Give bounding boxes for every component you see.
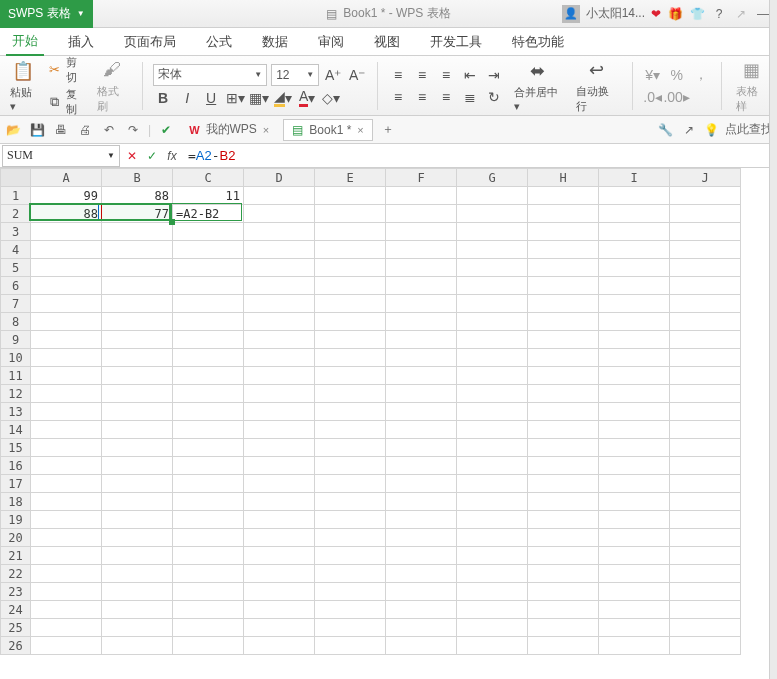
cell[interactable] [528,313,599,331]
cell[interactable] [173,619,244,637]
cell[interactable] [528,565,599,583]
indent-decrease-icon[interactable]: ⇤ [460,65,480,85]
cell[interactable] [102,583,173,601]
cell[interactable] [173,277,244,295]
cell[interactable] [244,349,315,367]
cell[interactable] [670,475,741,493]
cell[interactable] [31,601,102,619]
cell[interactable] [244,187,315,205]
cell[interactable] [173,439,244,457]
cell[interactable] [457,223,528,241]
cell[interactable] [528,511,599,529]
cell[interactable]: 77 [102,205,173,223]
tip-label[interactable]: 点此查找 [725,121,773,138]
tab-formula[interactable]: 公式 [200,29,238,55]
cell[interactable] [173,529,244,547]
cell[interactable] [102,349,173,367]
cell[interactable] [173,349,244,367]
cell[interactable] [244,493,315,511]
row-header[interactable]: 10 [1,349,31,367]
cell[interactable] [173,313,244,331]
tab-start[interactable]: 开始 [6,28,44,56]
cell[interactable] [31,385,102,403]
format-painter-button[interactable]: 🖌 格式刷 [93,56,132,116]
cell[interactable] [599,223,670,241]
cell[interactable] [670,529,741,547]
cell[interactable] [386,529,457,547]
cell[interactable] [670,367,741,385]
cell[interactable] [599,565,670,583]
cell[interactable] [599,313,670,331]
column-header[interactable]: E [315,169,386,187]
cell[interactable] [670,511,741,529]
cell[interactable] [457,205,528,223]
tab-view[interactable]: 视图 [368,29,406,55]
cell[interactable] [528,223,599,241]
cell[interactable] [244,331,315,349]
cell[interactable] [31,349,102,367]
row-header[interactable]: 15 [1,439,31,457]
column-header[interactable]: A [31,169,102,187]
row-header[interactable]: 12 [1,385,31,403]
cell[interactable] [173,241,244,259]
help-icon[interactable]: ? [711,7,727,21]
cell[interactable] [102,223,173,241]
align-center-icon[interactable]: ≡ [412,87,432,107]
cell[interactable] [31,367,102,385]
cell[interactable] [315,223,386,241]
cell[interactable] [599,295,670,313]
cell[interactable] [528,241,599,259]
cell[interactable] [31,529,102,547]
cancel-formula-icon[interactable]: ✕ [122,149,142,163]
cell[interactable] [244,367,315,385]
cell[interactable] [670,565,741,583]
cell[interactable] [599,475,670,493]
bold-button[interactable]: B [153,88,173,108]
cell[interactable] [102,403,173,421]
cell[interactable] [599,547,670,565]
tab-insert[interactable]: 插入 [62,29,100,55]
clear-format-button[interactable]: ◇▾ [321,88,341,108]
cell[interactable] [244,619,315,637]
cell[interactable] [386,421,457,439]
cell[interactable] [670,439,741,457]
cell[interactable] [173,223,244,241]
cell[interactable] [315,547,386,565]
auto-wrap-button[interactable]: ↩ 自动换行 [572,56,622,116]
cell[interactable] [102,421,173,439]
cell[interactable] [102,295,173,313]
cell[interactable] [31,619,102,637]
cell[interactable] [599,259,670,277]
cell[interactable] [528,493,599,511]
cell[interactable] [528,385,599,403]
cell[interactable] [457,637,528,655]
indent-increase-icon[interactable]: ⇥ [484,65,504,85]
column-header[interactable]: F [386,169,457,187]
row-header[interactable]: 1 [1,187,31,205]
cell[interactable] [386,331,457,349]
cell[interactable] [31,403,102,421]
cell[interactable] [457,403,528,421]
cell[interactable] [244,583,315,601]
open-icon[interactable]: 📂 [4,123,22,137]
tab-data[interactable]: 数据 [256,29,294,55]
close-icon[interactable]: × [263,124,269,136]
cell[interactable] [31,475,102,493]
cell[interactable] [173,475,244,493]
cell[interactable] [173,457,244,475]
cell[interactable] [599,601,670,619]
cell[interactable] [528,529,599,547]
cell[interactable] [599,277,670,295]
column-header[interactable]: G [457,169,528,187]
cell[interactable] [386,313,457,331]
bulb-icon[interactable]: 💡 [704,123,719,137]
cell[interactable] [670,331,741,349]
redo-icon[interactable]: ↷ [124,123,142,137]
cell[interactable] [457,457,528,475]
row-header[interactable]: 17 [1,475,31,493]
cell[interactable] [102,313,173,331]
cell[interactable] [457,511,528,529]
cell[interactable] [244,457,315,475]
cell[interactable] [457,565,528,583]
cell[interactable] [102,547,173,565]
